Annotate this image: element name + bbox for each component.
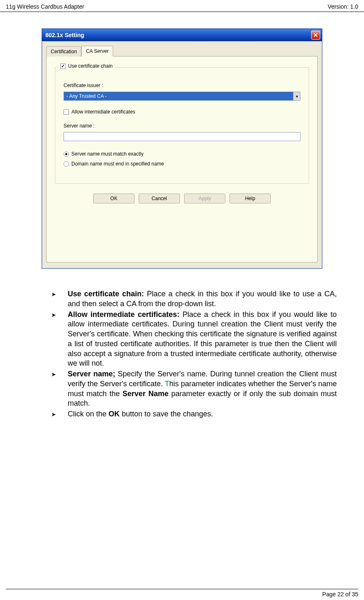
radio-domain-row: Domain name must end in specified name [64, 161, 300, 167]
group-legend: Use certificate chain [59, 63, 114, 69]
tab-certification[interactable]: Certification [46, 46, 81, 57]
bullet-content: Use certificate chain: Place a check in … [68, 289, 337, 309]
bullet-icon: ➤ [51, 289, 68, 309]
dropdown-value: - Any Trusted CA - [64, 92, 293, 101]
cert-issuer-dropdown[interactable]: - Any Trusted CA - [64, 92, 300, 101]
allow-intermid-checkbox[interactable] [64, 109, 69, 115]
dialog-body: Certification CA Server Use certificate … [42, 41, 322, 268]
bullet-content: Click on the OK button to save the chang… [68, 409, 337, 419]
bullet-content: Allow intermediate certificates: Place a… [68, 310, 337, 369]
doc-version: Version: 1.0 [328, 3, 358, 10]
allow-intermid-label: Allow intermidiate certificates [71, 109, 135, 115]
radio-exact-row: Server name must match exactly [64, 151, 300, 157]
server-name-input[interactable] [64, 132, 300, 141]
radio-domain[interactable] [64, 161, 69, 167]
bullet-icon: ➤ [51, 310, 68, 369]
use-cert-chain-label: Use certificate chain [68, 63, 113, 69]
page-number: Page 22 of 35 [322, 591, 358, 598]
bullet-icon: ➤ [51, 409, 68, 419]
tab-strip: Certification CA Server [46, 45, 318, 57]
bullet-content: Server name; Specify the Server's name. … [68, 369, 337, 409]
chevron-down-icon[interactable] [293, 92, 300, 101]
dialog-titlebar: 802.1x Setting ✕ [42, 29, 322, 41]
cancel-button[interactable]: Cancel [139, 194, 180, 203]
allow-intermid-row: Allow intermidiate certificates [64, 109, 300, 115]
page-content: 802.1x Setting ✕ Certification CA Server… [0, 12, 364, 419]
page-header: 11g Wireless Cardbus Adapter Version: 1.… [0, 0, 364, 12]
radio-exact[interactable] [64, 151, 69, 157]
radio-exact-label: Server name must match exactly [71, 151, 144, 157]
tab-ca-server[interactable]: CA Server [81, 46, 113, 57]
server-name-label: Server name : [64, 123, 300, 129]
tab-panel: Use certificate chain Certificate issuer… [46, 56, 318, 262]
cert-issuer-label: Certificate issuer : [64, 83, 300, 88]
ok-button[interactable]: OK [93, 194, 135, 203]
cert-chain-group: Use certificate chain Certificate issuer… [55, 67, 309, 184]
use-cert-chain-checkbox[interactable] [60, 64, 66, 69]
bullet-icon: ➤ [51, 369, 68, 409]
page-footer: Page 22 of 35 [6, 589, 358, 598]
instruction-text: ➤ Use certificate chain: Place a check i… [6, 289, 358, 419]
dialog-button-row: OK Cancel Apply Help [53, 188, 311, 203]
settings-dialog: 802.1x Setting ✕ Certification CA Server… [42, 28, 322, 269]
doc-title: 11g Wireless Cardbus Adapter [6, 3, 84, 10]
apply-button[interactable]: Apply [184, 194, 225, 203]
dialog-title: 802.1x Setting [45, 32, 84, 38]
close-icon[interactable]: ✕ [311, 31, 320, 40]
radio-domain-label: Domain name must end in specified name [71, 161, 164, 167]
help-button[interactable]: Help [229, 194, 271, 203]
